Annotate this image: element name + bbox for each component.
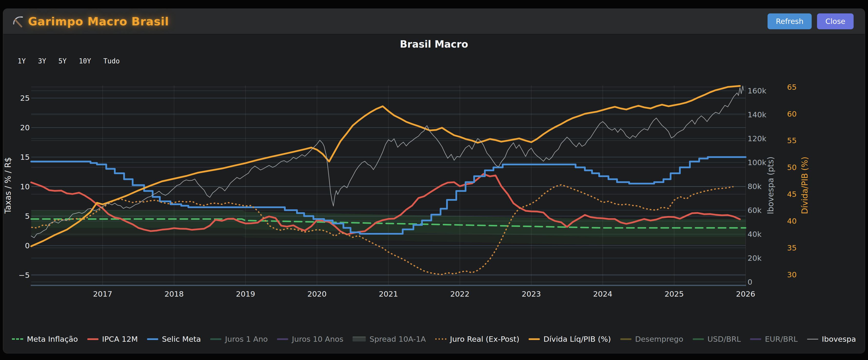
legend-item-meta-infla-o[interactable]: Meta Inflação: [12, 335, 78, 343]
left-axis-tick: −5: [19, 271, 30, 279]
ibovespa-axis-tick: 40k: [748, 230, 762, 239]
legend-label-ibovespa: Ibovespa: [822, 335, 856, 343]
legend-item-d-vida-l-q-pib[interactable]: Dívida Líq/PIB (%): [529, 335, 611, 343]
legend-swatch-usd-brl: [693, 338, 704, 340]
legend-swatch-juro-real-ex-post: [435, 338, 446, 340]
legend-swatch-juros-1-ano: [210, 338, 221, 340]
year-axis-tick: 2024: [593, 290, 613, 298]
legend-label-juros-1-ano: Juros 1 Ano: [225, 335, 268, 343]
ibovespa-axis-tick: 120k: [748, 134, 766, 143]
legend-item-eur-brl[interactable]: EUR/BRL: [750, 335, 798, 343]
ibovespa-axis-tick: 100k: [748, 158, 766, 167]
legend-label-meta-infla-o: Meta Inflação: [27, 335, 78, 343]
axis-title-ibovespa: Ibovespa (pts): [766, 157, 775, 214]
divida-axis-tick: 40: [787, 217, 797, 226]
legend-swatch-selic-meta: [147, 338, 158, 340]
year-axis-tick: 2022: [450, 290, 470, 298]
left-axis-tick: 0: [25, 241, 30, 250]
legend-item-spread-10a-1a[interactable]: Spread 10A-1A: [352, 335, 426, 343]
legend-item-juros-1-ano[interactable]: Juros 1 Ano: [210, 335, 268, 343]
legend-label-juro-real-ex-post: Juro Real (Ex-Post): [450, 335, 520, 343]
year-axis-tick: 2020: [307, 290, 327, 298]
year-axis-tick: 2017: [93, 290, 113, 298]
year-axis-tick: 2025: [665, 290, 684, 298]
legend-swatch-ibovespa: [807, 339, 818, 339]
divida-axis-tick: 50: [787, 163, 797, 172]
left-axis-tick: 15: [20, 153, 30, 161]
divida-axis-tick: 35: [787, 243, 797, 252]
ibovespa-axis-tick: 160k: [748, 86, 766, 95]
legend-label-ipca-12m: IPCA 12M: [102, 335, 138, 343]
ibovespa-axis-tick: 80k: [748, 182, 762, 191]
macro-chart[interactable]: −50510152025020k40k60k80k100k120k140k160…: [0, 0, 868, 360]
year-axis-tick: 2018: [164, 290, 184, 298]
year-axis-tick: 2019: [236, 290, 255, 298]
divida-axis-tick: 60: [787, 110, 797, 118]
axis-tick-labels: −50510152025020k40k60k80k100k120k140k160…: [19, 83, 797, 298]
axis-title-taxas: Taxas / % / R$: [3, 157, 13, 214]
legend-item-juros-10-anos[interactable]: Juros 10 Anos: [277, 335, 343, 343]
divida-axis-tick: 30: [787, 270, 797, 279]
left-axis-tick: 20: [20, 123, 30, 132]
axis-title-divida: Dívida/PIB (%): [800, 157, 809, 214]
year-axis-tick: 2021: [379, 290, 398, 298]
year-axis-tick: 2026: [736, 290, 755, 298]
year-axis-tick: 2023: [522, 290, 541, 298]
legend-label-selic-meta: Selic Meta: [162, 335, 201, 343]
legend-item-ibovespa[interactable]: Ibovespa: [807, 335, 856, 343]
ibovespa-axis-tick: 20k: [748, 254, 762, 263]
left-axis-tick: 10: [20, 182, 30, 191]
ibovespa-axis-tick: 140k: [748, 110, 766, 119]
ibovespa-axis-tick: 0: [748, 277, 752, 286]
legend-swatch-desemprego: [620, 338, 631, 340]
chart-legend: Meta InflaçãoIPCA 12MSelic MetaJuros 1 A…: [12, 335, 856, 343]
legend-label-eur-brl: EUR/BRL: [765, 335, 798, 343]
legend-swatch-meta-infla-o: [12, 338, 23, 340]
legend-label-usd-brl: USD/BRL: [708, 335, 741, 343]
divida-axis-tick: 55: [787, 136, 797, 145]
legend-swatch-d-vida-l-q-pib: [529, 338, 540, 340]
legend-item-juro-real-ex-post[interactable]: Juro Real (Ex-Post): [435, 335, 520, 343]
left-axis-tick: 25: [20, 94, 30, 102]
legend-swatch-juros-10-anos: [277, 338, 288, 340]
legend-label-desemprego: Desemprego: [635, 335, 683, 343]
ibovespa-axis-tick: 60k: [748, 206, 762, 215]
divida-axis-tick: 45: [787, 190, 797, 199]
legend-item-usd-brl[interactable]: USD/BRL: [693, 335, 741, 343]
legend-item-desemprego[interactable]: Desemprego: [620, 335, 683, 343]
legend-swatch-ipca-12m: [87, 338, 98, 340]
left-axis-tick: 5: [25, 212, 30, 220]
legend-label-spread-10a-1a: Spread 10A-1A: [369, 335, 426, 343]
legend-item-ipca-12m[interactable]: IPCA 12M: [87, 335, 138, 343]
legend-swatch-eur-brl: [750, 338, 761, 340]
legend-item-selic-meta[interactable]: Selic Meta: [147, 335, 201, 343]
legend-label-d-vida-l-q-pib: Dívida Líq/PIB (%): [544, 335, 611, 343]
legend-swatch-spread-10a-1a: [352, 337, 366, 341]
divida-axis-tick: 65: [787, 83, 797, 91]
legend-label-juros-10-anos: Juros 10 Anos: [292, 335, 343, 343]
